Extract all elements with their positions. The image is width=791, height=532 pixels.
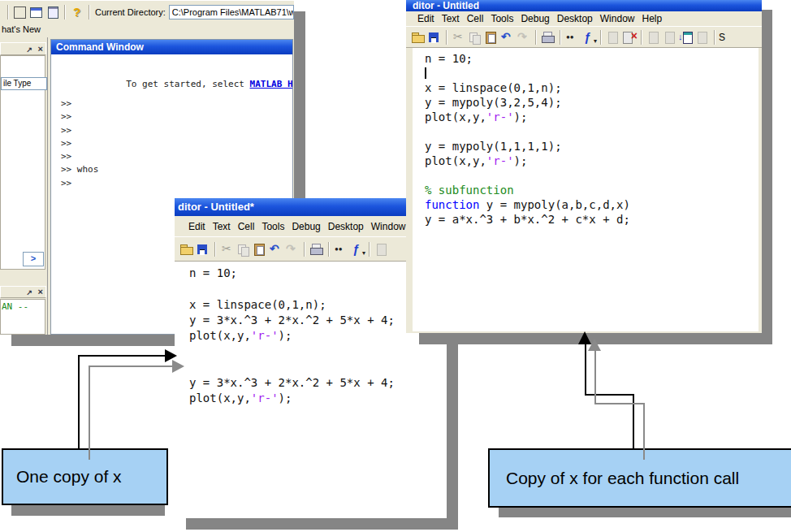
redo-icon[interactable] [284, 242, 300, 257]
open-icon[interactable] [179, 242, 195, 257]
code-line: plot(x,y,'r-'); [425, 110, 759, 125]
editor1-shadow-right [762, 10, 772, 344]
toolbar-separator [64, 5, 66, 19]
toolbar-separator [446, 30, 447, 45]
menu-item[interactable]: Help [642, 13, 662, 24]
callout-right-text: Copy of x for each function call [506, 469, 739, 488]
prompt-line: >> [61, 138, 98, 151]
menu-item[interactable]: Edit [417, 13, 434, 24]
open-icon[interactable] [410, 30, 426, 45]
copy-icon[interactable] [467, 30, 483, 45]
menu-item[interactable]: Tools [491, 13, 513, 24]
paste-icon[interactable] [483, 30, 499, 45]
toolbar-separator [600, 30, 602, 45]
undock-icon[interactable]: ↗ [27, 45, 33, 54]
prompt-block[interactable]: >>>>>>>>>>>> whos>> [61, 98, 98, 191]
cut-icon[interactable] [451, 30, 467, 45]
undo-icon[interactable] [268, 242, 284, 257]
step-out-icon[interactable] [694, 30, 711, 45]
close-icon[interactable]: × [38, 44, 43, 54]
history-pane-body[interactable]: AN -- [0, 299, 45, 335]
menu-item[interactable]: Desktop [557, 13, 593, 24]
code-line: y = a*x.^3 + b*x.^2 + c*x + d; [425, 213, 759, 227]
undock-icon[interactable]: ↗ [27, 288, 33, 296]
step-in-icon[interactable] [662, 30, 678, 45]
callout-left-text: One copy of x [16, 467, 122, 487]
find-icon[interactable] [333, 242, 349, 257]
prompt-line: >> [61, 125, 98, 138]
simulink-icon[interactable] [12, 5, 28, 19]
prompt-line: >> whos [61, 164, 98, 177]
toolbar-separator [535, 30, 537, 45]
menu-item[interactable]: Text [213, 221, 231, 232]
print-icon[interactable] [540, 30, 556, 45]
clear-breakpoints-icon[interactable] [621, 30, 638, 45]
set-breakpoint-icon[interactable] [605, 30, 621, 45]
step-icon[interactable] [646, 30, 662, 45]
editor2-shadow-bottom [186, 518, 458, 530]
code-line [425, 67, 759, 81]
main-toolbar: Current Directory: C:\Program Files\MATL… [0, 0, 294, 24]
find-icon[interactable] [564, 30, 581, 45]
code-line [189, 361, 447, 376]
guide-icon[interactable] [28, 5, 45, 19]
menu-item[interactable]: Debug [521, 13, 549, 24]
arrow-right-gray-stub [643, 448, 645, 460]
editor1-code-area[interactable]: n = 10;x = linspace(0,1,n);y = mypoly(3,… [413, 48, 759, 331]
menu-item[interactable]: Cell [238, 221, 255, 232]
paste-icon[interactable] [252, 242, 268, 257]
screen: Current Directory: C:\Program Files\MATL… [0, 0, 791, 532]
print-icon[interactable] [309, 242, 325, 257]
code-line: function y = mypoly(a,b,c,d,x) [425, 198, 759, 213]
code-line: plot(x,y,'r-'); [189, 391, 447, 407]
code-line: y = mypoly(3,2,5,4); [425, 96, 759, 110]
notebook-icon[interactable] [45, 5, 61, 19]
expand-button[interactable]: > [23, 252, 44, 266]
directory-pane-body[interactable]: ile Type [0, 55, 45, 270]
menu-item[interactable]: Window [371, 221, 406, 232]
undo-icon[interactable] [499, 30, 516, 45]
copy-icon[interactable] [236, 242, 252, 257]
file-type-dropdown[interactable]: ile Type [1, 77, 47, 90]
menu-item[interactable]: Debug [292, 221, 320, 232]
command-window-titlebar[interactable]: Command Window [51, 40, 292, 54]
toolbar-separator [369, 242, 370, 257]
arrow-left-gray-horizontal [89, 365, 173, 367]
left-panel-strip: ↗ × ile Type > ↗ × AN -- [0, 37, 48, 335]
save-icon[interactable] [426, 30, 443, 45]
menu-item[interactable]: Window [600, 13, 635, 24]
prompt-line: >> [61, 178, 98, 191]
menu-item[interactable]: Edit [188, 221, 205, 232]
menu-item[interactable]: Tools [262, 221, 284, 232]
prompt-line: >> [61, 98, 98, 111]
arrow-right-black-horizontal [585, 394, 634, 396]
editor1-toolbar: S [406, 26, 762, 48]
code-line: % subfunction [425, 184, 759, 198]
current-directory-field[interactable]: C:\Program Files\MATLAB71\work [169, 5, 294, 19]
breakpoint-icon[interactable] [374, 242, 390, 257]
toolbar-separator [328, 242, 330, 257]
menu-item[interactable]: Text [442, 13, 460, 24]
whats-new-shortcut[interactable]: hat's New [2, 24, 41, 34]
matlab-help-link[interactable]: MATLAB Help [250, 79, 292, 89]
toolbar-separator [214, 242, 216, 257]
editor1-titlebar[interactable]: ditor - Untitled [406, 0, 762, 11]
menu-item[interactable]: Desktop [328, 221, 364, 232]
menu-item[interactable]: Cell [467, 13, 484, 24]
stack-label: S [719, 32, 725, 43]
function-list-icon[interactable] [349, 242, 365, 257]
redo-icon[interactable] [516, 30, 532, 45]
code-line: y = mypoly(1,1,1,1); [425, 140, 759, 154]
close-icon[interactable]: × [38, 287, 43, 296]
code-line: n = 10; [425, 52, 759, 67]
save-and-run-icon[interactable] [678, 30, 694, 45]
save-icon[interactable] [195, 242, 211, 257]
code-line [425, 169, 759, 184]
editor1-title: ditor - Untitled [413, 0, 479, 11]
prompt-line: >> [61, 151, 98, 164]
help-icon[interactable] [69, 5, 85, 19]
code-line: plot(x,y,'r-'); [425, 154, 759, 169]
cut-icon[interactable] [219, 242, 236, 257]
function-list-icon[interactable] [581, 30, 597, 45]
toolbar-separator [89, 5, 90, 19]
